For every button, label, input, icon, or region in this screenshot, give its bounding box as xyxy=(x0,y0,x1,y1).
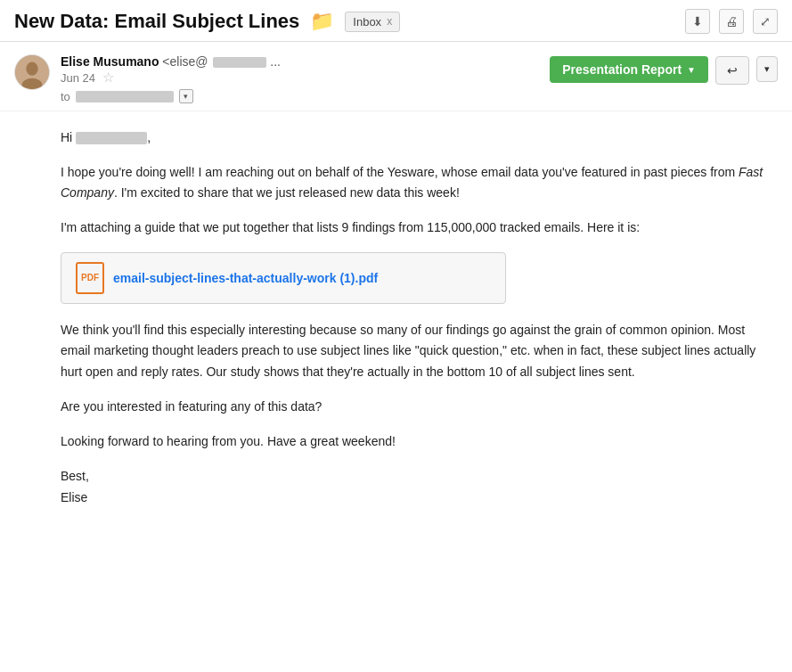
hi-line: Hi , xyxy=(61,127,774,148)
para1-text: I hope you're doing well! I am reaching … xyxy=(61,165,739,179)
avatar xyxy=(14,54,50,90)
svg-point-1 xyxy=(26,62,37,76)
presentation-report-label: Presentation Report xyxy=(562,62,682,77)
para1-end: . I'm excited to share that we just rele… xyxy=(114,185,460,200)
more-actions-button[interactable]: ▾ xyxy=(756,56,778,82)
expand-button[interactable]: ⤢ xyxy=(753,9,778,34)
reply-button[interactable]: ↩ xyxy=(715,56,749,85)
email-subject: New Data: Email Subject Lines xyxy=(14,10,299,33)
sender-info: Elise Musumano <elise@ ... Jun 24 ☆ to ▾ xyxy=(61,54,539,103)
paragraph-3: We think you'll find this especially int… xyxy=(61,320,774,381)
paragraph-4: Are you interested in featuring any of t… xyxy=(61,397,774,417)
sender-email-blur xyxy=(213,57,266,68)
to-line: to ▾ xyxy=(61,89,539,103)
hi-prefix: Hi xyxy=(61,130,72,144)
pdf-icon: PDF xyxy=(76,262,104,294)
signature: Best, Elise xyxy=(61,466,774,509)
recipient-name-blurred xyxy=(76,132,147,144)
top-bar: New Data: Email Subject Lines 📁 Inbox x … xyxy=(0,0,792,42)
more-icon: ▾ xyxy=(764,63,770,75)
reply-icon: ↩ xyxy=(727,63,738,78)
to-dropdown-button[interactable]: ▾ xyxy=(179,89,193,103)
sender-email: <elise@ xyxy=(162,54,208,69)
dropdown-arrow-icon: ▼ xyxy=(687,65,696,75)
to-recipient-blurred xyxy=(76,91,174,102)
presentation-report-button[interactable]: Presentation Report ▼ xyxy=(550,56,708,83)
attachment-link[interactable]: email-subject-lines-that-actually-work (… xyxy=(113,268,378,288)
download-icon: ⬇ xyxy=(692,14,703,29)
print-icon: 🖨 xyxy=(725,14,738,29)
to-label: to xyxy=(61,90,70,103)
sender-name: Elise Musumano xyxy=(61,54,159,69)
inbox-label: Inbox xyxy=(353,15,381,29)
attachment-box[interactable]: PDF email-subject-lines-that-actually-wo… xyxy=(61,252,506,304)
top-icons: ⬇ 🖨 ⤢ xyxy=(685,9,778,34)
print-button[interactable]: 🖨 xyxy=(719,9,744,34)
star-button[interactable]: ☆ xyxy=(102,70,114,86)
paragraph-5: Looking forward to hearing from you. Hav… xyxy=(61,431,774,452)
download-button[interactable]: ⬇ xyxy=(685,9,710,34)
folder-icon: 📁 xyxy=(310,10,334,33)
paragraph-1: I hope you're doing well! I am reaching … xyxy=(61,162,774,203)
inbox-close-button[interactable]: x xyxy=(387,15,392,28)
expand-icon: ⤢ xyxy=(760,14,771,29)
inbox-tag: Inbox x xyxy=(345,12,400,32)
header-actions: Presentation Report ▼ ↩ ▾ xyxy=(550,56,778,85)
paragraph-2: I'm attaching a guide that we put togeth… xyxy=(61,217,774,238)
date-star-row: Jun 24 ☆ xyxy=(61,70,539,86)
email-header: Elise Musumano <elise@ ... Jun 24 ☆ to ▾… xyxy=(0,42,792,111)
pdf-label: PDF xyxy=(81,271,99,285)
email-date: Jun 24 xyxy=(61,71,95,85)
email-body: Hi , I hope you're doing well! I am reac… xyxy=(0,111,792,526)
sender-signature-name: Elise xyxy=(61,488,774,509)
closing-text: Best, xyxy=(61,466,774,488)
